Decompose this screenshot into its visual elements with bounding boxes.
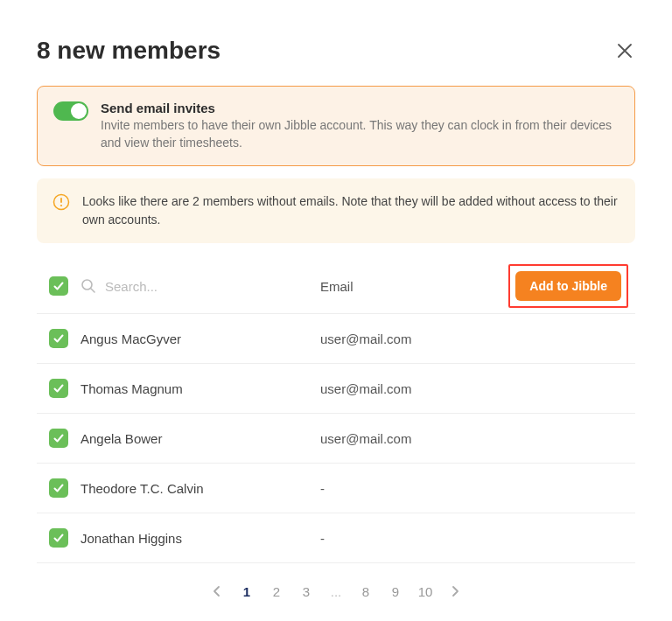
modal-title: 8 new members	[37, 37, 220, 65]
check-icon	[52, 280, 65, 292]
invite-text: Send email invites Invite members to hav…	[101, 101, 619, 151]
next-page-button[interactable]	[443, 579, 467, 604]
close-button[interactable]	[614, 40, 635, 61]
svg-point-2	[60, 205, 62, 206]
send-invites-panel: Send email invites Invite members to hav…	[37, 86, 635, 166]
member-name: Angus MacGyver	[80, 331, 308, 346]
warning-panel: Looks like there are 2 members without e…	[37, 178, 635, 243]
chevron-left-icon	[211, 585, 223, 597]
page-number[interactable]: 9	[383, 579, 408, 604]
page-numbers: 123...8910	[234, 579, 438, 604]
modal-header: 8 new members	[37, 37, 635, 65]
member-email: user@mail.com	[320, 431, 623, 446]
check-icon	[52, 482, 65, 494]
invite-description: Invite members to have their own Jibble …	[101, 117, 619, 151]
member-row: Jonathan Higgins-	[37, 513, 635, 563]
add-to-jibble-button[interactable]: Add to Jibble	[515, 271, 621, 301]
table-header-row: Email Add to Jibble	[37, 259, 635, 314]
member-email: -	[320, 481, 623, 496]
add-button-highlight: Add to Jibble	[508, 264, 628, 308]
page-number[interactable]: 10	[413, 579, 438, 604]
member-rows: Angus MacGyveruser@mail.comThomas Magnum…	[37, 314, 635, 563]
member-email: -	[320, 531, 623, 546]
member-row: Angus MacGyveruser@mail.com	[37, 314, 635, 364]
member-row: Theodore T.C. Calvin-	[37, 464, 635, 513]
row-checkbox[interactable]	[49, 478, 68, 498]
member-row: Angela Boweruser@mail.com	[37, 414, 635, 464]
close-icon	[617, 43, 633, 59]
search-input[interactable]	[103, 278, 308, 295]
send-invites-toggle[interactable]	[53, 101, 88, 121]
new-members-modal: 8 new members Send email invites Invite …	[0, 0, 672, 621]
pagination: 123...8910	[37, 563, 635, 604]
member-row: Thomas Magnumuser@mail.com	[37, 364, 635, 414]
action-column: Add to Jibble	[514, 269, 623, 303]
member-name: Angela Bower	[80, 431, 308, 446]
chevron-right-icon	[449, 585, 461, 597]
member-name: Thomas Magnum	[80, 381, 308, 396]
svg-point-3	[82, 280, 92, 290]
member-name: Theodore T.C. Calvin	[80, 481, 308, 496]
select-all-checkbox[interactable]	[49, 276, 68, 296]
page-number[interactable]: 2	[264, 579, 289, 604]
check-icon	[52, 432, 65, 444]
svg-rect-1	[60, 198, 62, 203]
row-checkbox[interactable]	[49, 329, 68, 348]
page-ellipsis: ...	[324, 579, 348, 604]
prev-page-button[interactable]	[205, 579, 229, 604]
invite-title: Send email invites	[101, 101, 619, 115]
page-number[interactable]: 3	[294, 579, 318, 604]
row-checkbox[interactable]	[49, 429, 68, 448]
email-column-header: Email	[320, 279, 501, 294]
page-number[interactable]: 1	[234, 579, 259, 604]
member-name: Jonathan Higgins	[80, 531, 308, 546]
row-checkbox[interactable]	[49, 528, 68, 548]
check-icon	[52, 532, 65, 544]
page-number[interactable]: 8	[354, 579, 378, 604]
search-icon	[80, 278, 96, 294]
member-email: user@mail.com	[320, 381, 623, 396]
check-icon	[52, 382, 65, 394]
member-email: user@mail.com	[320, 331, 623, 346]
warning-text: Looks like there are 2 members without e…	[82, 192, 620, 229]
row-checkbox[interactable]	[49, 379, 68, 398]
search-column	[80, 278, 308, 295]
warning-icon	[52, 193, 70, 211]
check-icon	[52, 332, 65, 345]
